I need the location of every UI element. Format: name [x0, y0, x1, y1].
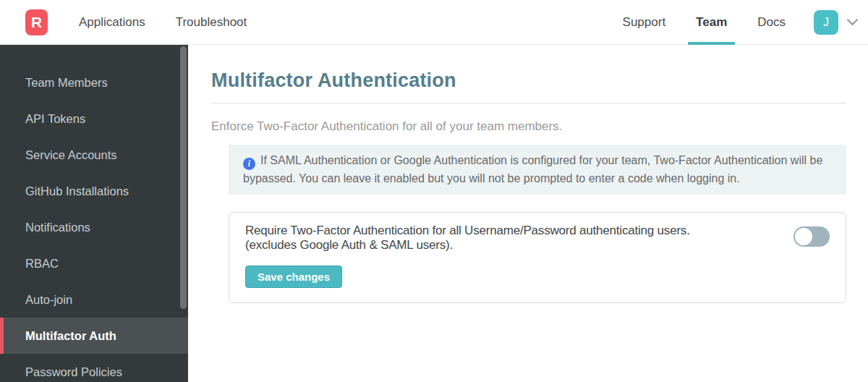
sidebar-item-service-accounts[interactable]: Service Accounts — [0, 137, 188, 173]
secondary-nav: Support Team Docs — [608, 0, 801, 45]
sidebar-item-auto-join[interactable]: Auto-join — [0, 281, 188, 318]
main-content: Multifactor Authentication Enforce Two-F… — [188, 45, 868, 382]
mfa-toggle-knob[interactable] — [795, 228, 812, 245]
nav-item-applications[interactable]: Applications — [79, 15, 145, 30]
sidebar-item-password-policies[interactable]: Password Policies — [0, 354, 188, 382]
nav-item-team[interactable]: Team — [681, 0, 742, 45]
info-banner: iIf SAML Authentication or Google Authen… — [229, 145, 846, 195]
mfa-toggle[interactable] — [793, 226, 830, 247]
avatar[interactable]: J — [814, 10, 838, 35]
nav-item-troubleshoot[interactable]: Troubleshoot — [176, 15, 247, 30]
mfa-requirement-text: Require Two-Factor Authentication for al… — [245, 224, 793, 252]
mfa-requirement-line2: (excludes Google Auth & SAML users). — [245, 238, 793, 252]
nav-item-docs[interactable]: Docs — [742, 0, 801, 45]
top-navigation-bar: R Applications Troubleshoot Support Team… — [0, 0, 868, 45]
mfa-settings-card: Require Two-Factor Authentication for al… — [229, 212, 846, 303]
sidebar-item-rbac[interactable]: RBAC — [0, 245, 188, 281]
primary-nav: Applications Troubleshoot — [79, 15, 247, 30]
settings-sidebar: Team Members API Tokens Service Accounts… — [0, 45, 188, 382]
account-menu[interactable]: J — [814, 10, 856, 35]
sidebar-item-multifactor-auth[interactable]: Multifactor Auth — [0, 318, 188, 354]
sidebar-item-github-installations[interactable]: GitHub Installations — [0, 173, 188, 209]
rollbar-logo[interactable]: R — [25, 9, 48, 35]
title-divider — [211, 103, 846, 103]
nav-item-support[interactable]: Support — [608, 0, 681, 45]
mfa-requirement-line1: Require Two-Factor Authentication for al… — [245, 224, 793, 238]
page-title: Multifactor Authentication — [211, 69, 846, 92]
chevron-down-icon[interactable] — [847, 14, 859, 26]
info-banner-text: If SAML Authentication or Google Authent… — [243, 154, 822, 184]
sidebar-item-team-members[interactable]: Team Members — [0, 64, 188, 101]
sidebar-item-api-tokens[interactable]: API Tokens — [0, 101, 188, 137]
save-changes-button[interactable]: Save changes — [245, 266, 342, 288]
sidebar-scrollbar[interactable] — [180, 46, 187, 309]
sidebar-item-notifications[interactable]: Notifications — [0, 209, 188, 245]
page-subtitle: Enforce Two-Factor Authentication for al… — [211, 119, 846, 134]
info-icon: i — [243, 158, 255, 170]
